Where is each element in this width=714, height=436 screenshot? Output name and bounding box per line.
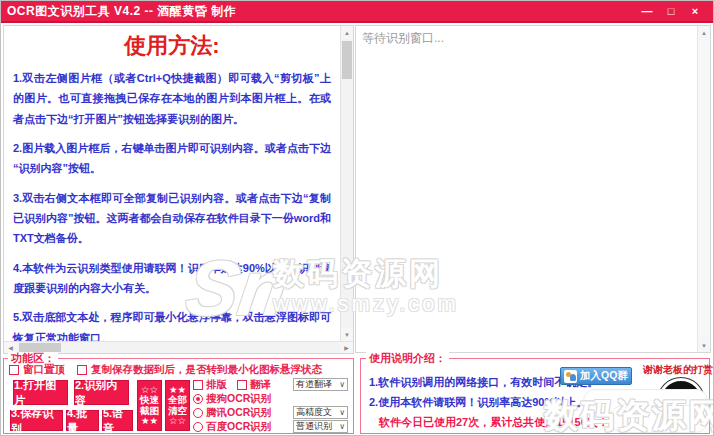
baidu-mode-value: 普通识别 <box>296 420 332 433</box>
top-checkbox-row: 窗口置顶 复制保存数据到后，是否转到最小化图标悬浮状态 <box>9 363 322 377</box>
tencent-ocr-label: 腾讯OCR识别 <box>206 406 271 420</box>
baidu-mode-dropdown[interactable]: 普通识别 ∨ <box>293 420 348 433</box>
instruction-item: 3.双击右侧文本框即可全部复制已识别内容。或者点击下边“复制已识别内容”按钮。这… <box>13 188 331 249</box>
instruction-item: 4.本软件为云识别类型使用请联网！识别率是达90%以上。识别速度跟要识别的内容大… <box>13 258 331 299</box>
open-image-button[interactable]: 1.打开图片 <box>13 380 68 405</box>
instruction-item: 2.图片载入图片框后，右键单击图片即可识别内容。或者点击下边“识别内容”按钮。 <box>13 138 331 179</box>
sogou-ocr-radio[interactable] <box>193 394 203 404</box>
join-qq-group-button[interactable]: 加入QQ群 <box>560 367 632 385</box>
instruction-item: 1.双击左侧图片框（或者Ctrl+Q快捷截图）即可载入“剪切板”上的图片。也可直… <box>13 68 331 129</box>
maximize-icon: □ <box>668 5 675 17</box>
usage-info-area: 使用说明介绍： 1.软件识别调用的网络接口，有效时间不确定。 2.使用本软件请联… <box>360 358 710 434</box>
layout-checkbox[interactable] <box>193 380 203 390</box>
left-vertical-scrollbar[interactable]: ▲ ▼ <box>340 26 353 341</box>
voice-button[interactable]: 5.语音 <box>102 410 133 431</box>
qq-group-icon <box>564 370 577 383</box>
format-translate-row: 排版 翻译 有道翻译 ∨ <box>193 378 350 391</box>
sogou-ocr-label: 搜狗OCR识别 <box>206 392 271 406</box>
layout-label: 排版 <box>206 378 227 392</box>
usage-info-label: 使用说明介绍： <box>366 352 449 364</box>
ocr-options: 排版 翻译 有道翻译 ∨ 搜狗OCR识别 腾讯OCR识别 高精度文 ∨ <box>193 378 350 431</box>
quick-screenshot-button[interactable]: ☆☆ 快速 截图 ★★ <box>137 380 162 431</box>
result-placeholder: 等待识别窗口... <box>356 26 710 51</box>
join-qq-group-label: 加入QQ群 <box>580 369 628 383</box>
scroll-right-icon[interactable]: ▶ <box>340 342 353 353</box>
scroll-up-icon[interactable]: ▲ <box>341 26 353 39</box>
stay-on-top-checkbox[interactable] <box>9 365 19 375</box>
minimize-after-copy-checkbox[interactable] <box>77 365 87 375</box>
star-decoration: ★★ <box>141 416 158 426</box>
scroll-down-icon[interactable]: ▼ <box>341 328 353 341</box>
quick-screenshot-label-1: 快速 <box>140 395 159 405</box>
save-result-button[interactable]: 3.保存识别 <box>10 410 63 431</box>
app-window: OCR图文识别工具 V4.2 -- 酒醒黄昏 制作 — □ × 使用方法: 1.… <box>0 0 714 436</box>
close-icon: × <box>692 5 698 17</box>
title-bar: OCR图文识别工具 V4.2 -- 酒醒黄昏 制作 — □ × <box>1 1 713 23</box>
star-decoration: ☆☆ <box>169 416 186 426</box>
tencent-mode-dropdown[interactable]: 高精度文 ∨ <box>293 406 348 419</box>
vertical-scroll-thumb[interactable] <box>342 41 352 79</box>
instructions-panel: 使用方法: 1.双击左侧图片框（或者Ctrl+Q快捷截图）即可载入“剪切板”上的… <box>3 25 354 354</box>
minimize-after-copy-label: 复制保存数据到后，是否转到最小化图标悬浮状态 <box>91 363 322 377</box>
translate-label: 翻译 <box>250 378 271 392</box>
chevron-down-icon: ∨ <box>339 380 345 389</box>
translate-engine-dropdown[interactable]: 有道翻译 ∨ <box>293 378 348 391</box>
watermark-blob <box>609 405 709 433</box>
batch-button[interactable]: 4.批量 <box>66 410 99 431</box>
tencent-ocr-row: 腾讯OCR识别 高精度文 ∨ <box>193 406 350 419</box>
chevron-down-icon: ∨ <box>339 408 345 417</box>
translate-checkbox[interactable] <box>237 380 247 390</box>
translate-engine-value: 有道翻译 <box>296 378 332 391</box>
function-area: 功能区： 窗口置顶 复制保存数据到后，是否转到最小化图标悬浮状态 1.打开图片 … <box>3 358 354 434</box>
thanks-tip-text: 谢谢老板的打赏! <box>643 363 714 377</box>
stay-on-top-label: 窗口置顶 <box>23 363 65 377</box>
chevron-down-icon: ∨ <box>339 422 345 431</box>
close-button[interactable]: × <box>683 2 707 20</box>
window-title: OCR图文识别工具 V4.2 -- 酒醒黄昏 制作 <box>7 3 635 20</box>
instructions-content: 使用方法: 1.双击左侧图片框（或者Ctrl+Q快捷截图）即可载入“剪切板”上的… <box>4 26 340 341</box>
horizontal-scroll-thumb[interactable] <box>19 343 61 352</box>
maximize-button[interactable]: □ <box>659 2 683 20</box>
scroll-up-icon[interactable]: ▲ <box>698 26 710 39</box>
tencent-ocr-radio[interactable] <box>193 408 203 418</box>
usage-stats: 软件今日已使用27次，累计总共使用15150次！ <box>379 415 609 430</box>
scroll-down-icon[interactable]: ▼ <box>698 339 710 352</box>
result-vertical-scrollbar[interactable]: ▲ ▼ <box>697 26 710 352</box>
minimize-icon: — <box>642 5 653 17</box>
recognize-content-button[interactable]: 2.识别内容 <box>74 380 129 405</box>
tencent-mode-value: 高精度文 <box>296 406 332 419</box>
clear-all-button[interactable]: ★★ 全部 清空 ☆☆ <box>165 380 190 431</box>
clear-all-label-1: 全部 <box>168 395 187 405</box>
baidu-ocr-label: 百度OCR识别 <box>206 420 271 434</box>
minimize-button[interactable]: — <box>635 2 659 20</box>
instruction-item: 5.双击底部文本处，程序即可最小化悬浮停靠，双击悬浮图标即可恢复正常功能窗口。 <box>13 307 331 341</box>
sogou-ocr-row: 搜狗OCR识别 <box>193 392 350 405</box>
baidu-ocr-row: 百度OCR识别 普通识别 ∨ <box>193 420 350 433</box>
usage-title: 使用方法: <box>13 31 331 61</box>
result-textarea[interactable]: 等待识别窗口... ▲ ▼ <box>355 25 711 353</box>
baidu-ocr-radio[interactable] <box>193 422 203 432</box>
